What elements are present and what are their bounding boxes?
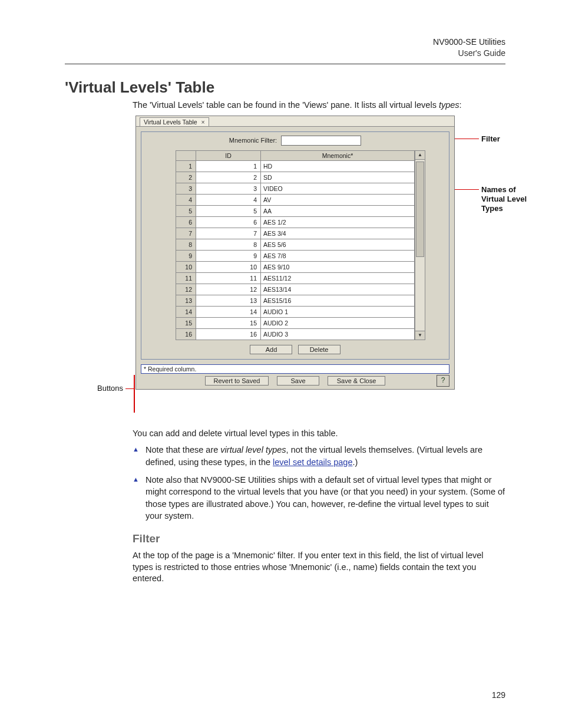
table-row[interactable]: 11HD	[176, 160, 415, 172]
table-row[interactable]: 1515AUDIO 2	[176, 317, 415, 328]
row-number[interactable]: 3	[176, 183, 196, 194]
subsection-heading: Filter	[133, 532, 505, 545]
row-number[interactable]: 11	[176, 272, 196, 284]
add-button[interactable]: Add	[250, 345, 292, 354]
cell-id[interactable]: 2	[196, 172, 261, 183]
cell-mnemonic[interactable]: AUDIO 3	[261, 328, 415, 340]
cell-id[interactable]: 6	[196, 216, 261, 228]
cell-id[interactable]: 4	[196, 194, 261, 205]
row-number[interactable]: 2	[176, 172, 196, 183]
cell-mnemonic[interactable]: AES15/16	[261, 295, 415, 306]
cell-mnemonic[interactable]: AES11/12	[261, 272, 415, 284]
panel: Mnemonic Filter: ID	[141, 131, 449, 360]
scroll-up-icon[interactable]: ▲	[415, 151, 425, 160]
cell-mnemonic[interactable]: AUDIO 1	[261, 306, 415, 317]
callout-buttons: Buttons	[97, 384, 123, 393]
table-row[interactable]: 33VIDEO	[176, 183, 415, 194]
cell-mnemonic[interactable]: AV	[261, 194, 415, 205]
table-row[interactable]: 1010AES 9/10	[176, 261, 415, 272]
row-number[interactable]: 1	[176, 160, 196, 172]
cell-mnemonic[interactable]: AES 5/6	[261, 239, 415, 250]
row-number[interactable]: 6	[176, 216, 196, 228]
row-number[interactable]: 7	[176, 228, 196, 239]
cell-mnemonic[interactable]: SD	[261, 172, 415, 183]
leader-line	[125, 388, 134, 390]
table-row[interactable]: 1616AUDIO 3	[176, 328, 415, 340]
row-number[interactable]: 5	[176, 205, 196, 216]
header-rule	[65, 64, 505, 64]
scroll-thumb[interactable]	[416, 162, 424, 257]
cell-id[interactable]: 5	[196, 205, 261, 216]
cell-id[interactable]: 14	[196, 306, 261, 317]
table-row[interactable]: 22SD	[176, 172, 415, 183]
callout-names: Names of Virtual Level Types	[481, 185, 540, 214]
close-icon[interactable]: ×	[201, 118, 205, 126]
callout-filter: Filter	[481, 134, 500, 143]
table-row[interactable]: 1212AES13/14	[176, 284, 415, 295]
row-number[interactable]: 14	[176, 306, 196, 317]
footer-bar: Revert to Saved Save Save & Close ?	[141, 376, 449, 386]
row-number[interactable]: 10	[176, 261, 196, 272]
leader-line	[134, 375, 135, 413]
table-row[interactable]: 66AES 1/2	[176, 216, 415, 228]
row-number[interactable]: 16	[176, 328, 196, 340]
save-close-button[interactable]: Save & Close	[328, 376, 385, 386]
cell-mnemonic[interactable]: HD	[261, 160, 415, 172]
row-number[interactable]: 9	[176, 250, 196, 261]
cell-id[interactable]: 15	[196, 317, 261, 328]
row-number[interactable]: 8	[176, 239, 196, 250]
table-row[interactable]: 77AES 3/4	[176, 228, 415, 239]
cell-mnemonic[interactable]: AES 1/2	[261, 216, 415, 228]
cell-mnemonic[interactable]: AES13/14	[261, 284, 415, 295]
delete-button[interactable]: Delete	[298, 345, 340, 354]
link-level-set-details[interactable]: level set details page	[273, 457, 352, 467]
row-number[interactable]: 12	[176, 284, 196, 295]
tab-virtual-levels[interactable]: Virtual Levels Table ×	[140, 117, 209, 126]
table-row[interactable]: 1313AES15/16	[176, 295, 415, 306]
cell-id[interactable]: 1	[196, 160, 261, 172]
row-number[interactable]: 13	[176, 295, 196, 306]
required-note: * Required column.	[141, 364, 449, 374]
table-row[interactable]: 1414AUDIO 1	[176, 306, 415, 317]
filter-row: Mnemonic Filter:	[141, 132, 449, 148]
table-row[interactable]: 88AES 5/6	[176, 239, 415, 250]
virtual-levels-table[interactable]: ID Mnemonic* 11HD22SD33VIDEO44AV55AA66AE…	[176, 150, 415, 340]
table-row[interactable]: 44AV	[176, 194, 415, 205]
cell-id[interactable]: 3	[196, 183, 261, 194]
cell-id[interactable]: 11	[196, 272, 261, 284]
col-rownum[interactable]	[176, 150, 196, 160]
button-row: Add Delete	[141, 342, 449, 355]
revert-button[interactable]: Revert to Saved	[205, 376, 269, 386]
table-row[interactable]: 99AES 7/8	[176, 250, 415, 261]
cell-id[interactable]: 9	[196, 250, 261, 261]
cell-mnemonic[interactable]: VIDEO	[261, 183, 415, 194]
cell-mnemonic[interactable]: AES 3/4	[261, 228, 415, 239]
scroll-down-icon[interactable]: ▼	[415, 331, 425, 340]
cell-id[interactable]: 7	[196, 228, 261, 239]
cell-mnemonic[interactable]: AES 9/10	[261, 261, 415, 272]
figure: Filter Names of Virtual Level Types Butt…	[133, 116, 505, 422]
save-button[interactable]: Save	[277, 376, 319, 386]
help-button[interactable]: ?	[437, 375, 449, 387]
product-name: NV9000-SE Utilities	[65, 37, 505, 48]
table-row[interactable]: 1111AES11/12	[176, 272, 415, 284]
col-mnemonic[interactable]: Mnemonic*	[261, 150, 415, 160]
col-id[interactable]: ID	[196, 150, 261, 160]
vertical-scrollbar[interactable]: ▲ ▼	[415, 150, 425, 340]
mnemonic-filter-input[interactable]	[281, 136, 361, 146]
cell-id[interactable]: 8	[196, 239, 261, 250]
row-number[interactable]: 4	[176, 194, 196, 205]
cell-mnemonic[interactable]: AUDIO 2	[261, 317, 415, 328]
table-row[interactable]: 55AA	[176, 205, 415, 216]
cell-id[interactable]: 13	[196, 295, 261, 306]
cell-id[interactable]: 12	[196, 284, 261, 295]
row-number[interactable]: 15	[176, 317, 196, 328]
cell-id[interactable]: 10	[196, 261, 261, 272]
cell-id[interactable]: 16	[196, 328, 261, 340]
note-list: Note that these are virtual level types,…	[133, 444, 505, 522]
cell-mnemonic[interactable]: AA	[261, 205, 415, 216]
filter-label: Mnemonic Filter:	[229, 137, 277, 144]
note-item: Note also that NV9000-SE Utilities ships…	[133, 474, 505, 522]
doc-name: User's Guide	[65, 48, 505, 59]
cell-mnemonic[interactable]: AES 7/8	[261, 250, 415, 261]
